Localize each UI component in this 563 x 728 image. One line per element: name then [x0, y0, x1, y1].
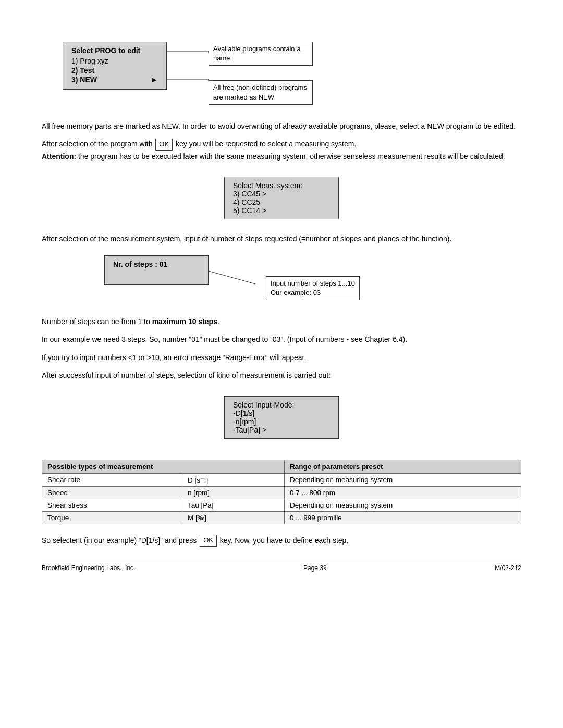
- para-3: After selection of the measurement syste…: [42, 233, 521, 244]
- para-5: In our example we need 3 steps. So, numb…: [42, 334, 521, 345]
- page-footer: Brookfield Engineering Labs., Inc. Page …: [42, 562, 521, 572]
- table-cell-4-1: Torque: [42, 511, 182, 524]
- ok-box-2: OK: [200, 535, 217, 547]
- steps-connector-svg: [104, 255, 261, 297]
- table-cell-2-3: 0.7 ... 800 rpm: [284, 486, 521, 499]
- measurement-table: Possible types of measurement Range of p…: [42, 460, 521, 524]
- table-cell-1-1: Shear rate: [42, 473, 182, 486]
- table-header-2: Range of parameters preset: [284, 460, 521, 473]
- table-cell-2-2: n [rpm]: [182, 486, 284, 499]
- footer-left: Brookfield Engineering Labs., Inc.: [42, 564, 135, 572]
- para-final: So selectent (in our example) “D[1/s]” a…: [42, 535, 521, 547]
- svg-line-4: [209, 271, 255, 284]
- meas-item-3: 5) CC14 >: [233, 206, 330, 215]
- table-row: Shear rate D [s⁻¹] Depending on measurin…: [42, 473, 521, 486]
- table-cell-1-2: D [s⁻¹]: [182, 473, 284, 486]
- table-header-1: Possible types of measurement: [42, 460, 285, 473]
- meas-diagram: Select Meas. system: 3) CC45 > 4) CC25 5…: [42, 168, 521, 228]
- table-row: Speed n [rpm] 0.7 ... 800 rpm: [42, 486, 521, 499]
- prog-menu-box: Select PROG to edit 1) Prog xyz 2) Test …: [63, 42, 167, 90]
- table-cell-4-3: 0 ... 999 promille: [284, 511, 521, 524]
- table-cell-2-1: Speed: [42, 486, 182, 499]
- table-cell-3-2: Tau [Pa]: [182, 499, 284, 511]
- table-cell-3-3: Depending on measuring system: [284, 499, 521, 511]
- para-2: After selection of the program with OK k…: [42, 138, 521, 162]
- prog-menu-item-1: 1) Prog xyz: [71, 57, 158, 65]
- meas-menu-box: Select Meas. system: 3) CC45 > 4) CC25 5…: [224, 177, 339, 219]
- meas-menu-title: Select Meas. system:: [233, 181, 330, 190]
- table-cell-1-3: Depending on measuring system: [284, 473, 521, 486]
- input-mode-box: Select Input-Mode: -D[1/s] -n[rpm] -Tau[…: [224, 396, 339, 439]
- para-4: Number of steps can be from 1 to maximum…: [42, 316, 521, 327]
- annotation-1: Available programs contain a name: [209, 42, 313, 66]
- footer-center: Page 39: [303, 564, 327, 572]
- input-mode-item-3: -Tau[Pa] >: [233, 426, 330, 434]
- meas-arrow-3: >: [262, 206, 266, 215]
- page: Select PROG to edit 1) Prog xyz 2) Test …: [0, 0, 563, 584]
- meas-item-2: 4) CC25: [233, 198, 330, 206]
- footer-right: M/02-212: [495, 564, 521, 572]
- steps-annotation: Input number of steps 1...10 Our example…: [266, 276, 360, 300]
- para-7: After successful input of number of step…: [42, 369, 521, 381]
- table-row: Torque M [‰] 0 ... 999 promille: [42, 511, 521, 524]
- para-1: All free memory parts are marked as NEW.…: [42, 120, 521, 132]
- input-mode-title: Select Input-Mode:: [233, 401, 330, 409]
- table-cell-4-2: M [‰]: [182, 511, 284, 524]
- input-mode-arrow: >: [262, 426, 266, 434]
- ok-box-1: OK: [155, 139, 173, 151]
- prog-menu-title: Select PROG to edit: [71, 46, 158, 55]
- steps-annotation-box: Input number of steps 1...10 Our example…: [266, 276, 360, 300]
- table-cell-3-1: Shear stress: [42, 499, 182, 511]
- annotation-2: All free (non-defined) programs are mark…: [209, 80, 313, 104]
- prog-menu-item-2: 2) Test: [71, 66, 158, 75]
- meas-item-1: 3) CC45 >: [233, 190, 330, 198]
- steps-diagram: Nr. of steps : 01 Input number of steps …: [104, 255, 521, 300]
- input-mode-diagram: Select Input-Mode: -D[1/s] -n[rpm] -Tau[…: [42, 388, 521, 447]
- prog-diagram: Select PROG to edit 1) Prog xyz 2) Test …: [63, 42, 521, 105]
- prog-menu-item-3: 3) NEW ►: [71, 76, 158, 84]
- meas-arrow-1: >: [262, 190, 266, 198]
- table-row: Shear stress Tau [Pa] Depending on measu…: [42, 499, 521, 511]
- input-mode-item-2: -n[rpm]: [233, 417, 330, 426]
- table-section: Possible types of measurement Range of p…: [42, 460, 521, 524]
- prog-annotations: Available programs contain a name All fr…: [209, 42, 313, 105]
- arrow-icon-3: ►: [151, 76, 158, 84]
- input-mode-item-1: -D[1/s]: [233, 409, 330, 417]
- para-6: If you try to input numbers <1 or >10, a…: [42, 352, 521, 363]
